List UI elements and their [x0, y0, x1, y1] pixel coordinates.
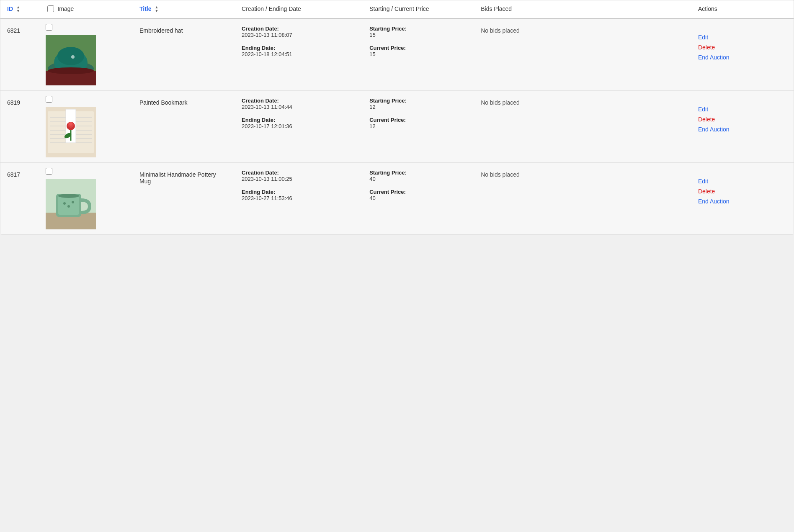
col-dates-label: Creation / Ending Date [242, 5, 301, 12]
cell-price: Starting Price: 15 Current Price: 15 [363, 18, 474, 91]
creation-date-label: Creation Date: [242, 170, 356, 176]
current-price-value: 40 [369, 195, 467, 201]
cell-image [41, 163, 133, 235]
col-image-label: Image [57, 5, 74, 12]
ending-date-label: Ending Date: [242, 45, 356, 51]
edit-button[interactable]: Edit [698, 106, 708, 113]
cell-actions: EditDeleteEnd Auction [691, 18, 794, 91]
cell-image [41, 18, 133, 91]
svg-point-6 [71, 55, 75, 59]
creation-date-value: 2023-10-13 11:04:44 [242, 104, 356, 110]
cell-title: Embroidered hat [133, 18, 235, 91]
creation-date-label: Creation Date: [242, 98, 356, 104]
svg-point-26 [58, 194, 79, 198]
cell-price: Starting Price: 12 Current Price: 12 [363, 91, 474, 163]
ending-date-block: Ending Date: 2023-10-17 12:01:36 [242, 117, 356, 129]
svg-point-5 [48, 67, 94, 74]
bids-status: No bids placed [481, 99, 520, 106]
current-price-label: Current Price: [369, 45, 467, 51]
table-row: 6821 Embroidered hat Creation Date: 2023… [0, 18, 794, 91]
cell-bids: No bids placed [474, 18, 691, 91]
auction-table: ID ▲ ▼ Image Title ▲ ▼ [0, 0, 794, 234]
bids-status: No bids placed [481, 171, 520, 178]
select-all-checkbox[interactable] [47, 5, 54, 12]
cell-id: 6819 [0, 91, 41, 163]
delete-button[interactable]: Delete [698, 116, 715, 123]
svg-point-29 [72, 201, 74, 203]
cell-dates: Creation Date: 2023-10-13 11:00:25 Endin… [235, 163, 363, 235]
starting-price-value: 12 [369, 104, 467, 110]
item-image [46, 107, 96, 157]
actions-container: EditDeleteEnd Auction [698, 170, 787, 205]
table-row: 6819 Pa [0, 91, 794, 163]
cell-bids: No bids placed [474, 163, 691, 235]
starting-price-label: Starting Price: [369, 26, 467, 32]
table-body: 6821 Embroidered hat Creation Date: 2023… [0, 18, 794, 234]
current-price-block: Current Price: 15 [369, 45, 467, 57]
row-select-checkbox[interactable] [46, 96, 52, 103]
cell-bids: No bids placed [474, 91, 691, 163]
cell-id: 6817 [0, 163, 41, 235]
starting-price-block: Starting Price: 15 [369, 26, 467, 38]
current-price-value: 15 [369, 51, 467, 57]
row-select-checkbox[interactable] [46, 168, 52, 175]
col-header-dates: Creation / Ending Date [235, 0, 363, 18]
col-header-price: Starting / Current Price [363, 0, 474, 18]
creation-date-block: Creation Date: 2023-10-13 11:00:25 [242, 170, 356, 182]
delete-button[interactable]: Delete [698, 44, 715, 51]
item-image [46, 35, 96, 85]
current-price-block: Current Price: 12 [369, 117, 467, 129]
current-price-block: Current Price: 40 [369, 189, 467, 201]
col-title-label: Title [139, 5, 152, 12]
col-header-id: ID ▲ ▼ [0, 0, 41, 18]
col-actions-label: Actions [698, 5, 717, 12]
id-sort-icon[interactable]: ▲ ▼ [16, 5, 20, 13]
actions-container: EditDeleteEnd Auction [698, 26, 787, 61]
creation-date-block: Creation Date: 2023-10-13 11:04:44 [242, 98, 356, 110]
col-header-image: Image [41, 0, 133, 18]
creation-date-block: Creation Date: 2023-10-13 11:08:07 [242, 26, 356, 38]
col-header-bids: Bids Placed [474, 0, 691, 18]
cell-actions: EditDeleteEnd Auction [691, 91, 794, 163]
ending-date-value: 2023-10-27 11:53:46 [242, 195, 356, 201]
cell-price: Starting Price: 40 Current Price: 40 [363, 163, 474, 235]
ending-date-value: 2023-10-17 12:01:36 [242, 123, 356, 129]
ending-date-value: 2023-10-18 12:04:51 [242, 51, 356, 57]
actions-container: EditDeleteEnd Auction [698, 98, 787, 133]
end-auction-button[interactable]: End Auction [698, 198, 730, 205]
starting-price-block: Starting Price: 40 [369, 170, 467, 182]
item-image [46, 179, 96, 229]
current-price-label: Current Price: [369, 189, 467, 195]
svg-point-28 [67, 205, 70, 208]
end-auction-button[interactable]: End Auction [698, 54, 730, 61]
edit-button[interactable]: Edit [698, 34, 708, 41]
cell-dates: Creation Date: 2023-10-13 11:04:44 Endin… [235, 91, 363, 163]
auction-table-wrapper: ID ▲ ▼ Image Title ▲ ▼ [0, 0, 794, 235]
end-auction-button[interactable]: End Auction [698, 126, 730, 133]
col-header-title: Title ▲ ▼ [133, 0, 235, 18]
creation-date-label: Creation Date: [242, 26, 356, 32]
row-select-checkbox[interactable] [46, 24, 52, 31]
col-header-actions: Actions [691, 0, 794, 18]
ending-date-label: Ending Date: [242, 189, 356, 195]
col-bids-label: Bids Placed [481, 5, 512, 12]
starting-price-label: Starting Price: [369, 98, 467, 104]
table-header-row: ID ▲ ▼ Image Title ▲ ▼ [0, 0, 794, 18]
starting-price-value: 15 [369, 32, 467, 38]
current-price-label: Current Price: [369, 117, 467, 123]
edit-button[interactable]: Edit [698, 178, 708, 185]
cell-title: Minimalist Handmade Pottery Mug [133, 163, 235, 235]
title-sort-icon[interactable]: ▲ ▼ [155, 5, 158, 13]
ending-date-block: Ending Date: 2023-10-27 11:53:46 [242, 189, 356, 201]
starting-price-block: Starting Price: 12 [369, 98, 467, 110]
col-price-label: Starting / Current Price [369, 5, 429, 12]
creation-date-value: 2023-10-13 11:00:25 [242, 176, 356, 182]
cell-dates: Creation Date: 2023-10-13 11:08:07 Endin… [235, 18, 363, 91]
table-row: 6817 Minimalist Handmade Pottery Mug Cre… [0, 163, 794, 235]
col-id-label: ID [7, 5, 13, 12]
cell-id: 6821 [0, 18, 41, 91]
current-price-value: 12 [369, 123, 467, 129]
creation-date-value: 2023-10-13 11:08:07 [242, 32, 356, 38]
starting-price-value: 40 [369, 176, 467, 182]
delete-button[interactable]: Delete [698, 188, 715, 195]
